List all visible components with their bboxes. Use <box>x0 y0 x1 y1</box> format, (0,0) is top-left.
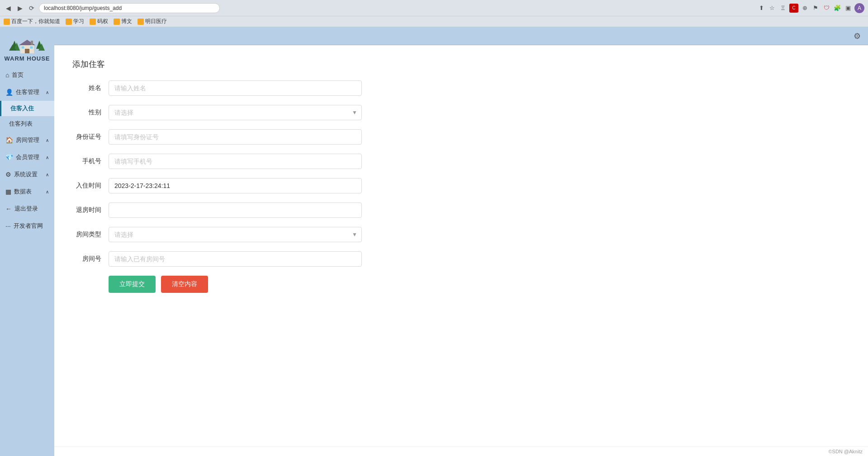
extension-icon-flag[interactable]: ⚑ <box>811 4 820 13</box>
rooms-chevron-icon: ∧ <box>46 138 49 143</box>
sidebar-logo: WARM HOUSE <box>0 27 54 66</box>
room-type-label: 房间类型 <box>72 230 109 239</box>
name-input[interactable] <box>109 80 362 96</box>
sidebar-item-checkin[interactable]: 住客入住 <box>0 101 54 116</box>
members-icon: 💎 <box>5 154 13 161</box>
room-type-row: 房间类型 请选择 标准间 大床房 豪华套房 ▼ <box>72 227 362 242</box>
sidebar-button[interactable]: ▣ <box>844 4 853 13</box>
sidebar-item-logout[interactable]: ← 退出登录 <box>0 200 54 217</box>
sidebar-item-guestlist-label: 住客列表 <box>9 120 33 128</box>
rooms-icon: 🏠 <box>5 136 13 144</box>
bookmark-bowen-icon <box>114 19 120 25</box>
sidebar-item-guests[interactable]: 👤 住客管理 ∧ <box>0 84 54 101</box>
room-num-input[interactable] <box>109 251 362 267</box>
bookmark-medical-label: 明日医疗 <box>145 18 167 25</box>
footer: ©SDN @Aknitz <box>54 447 868 456</box>
sidebar-item-settings-label: 系统设置 <box>14 170 38 179</box>
id-input[interactable] <box>109 129 362 145</box>
settings-icon: ⚙ <box>5 171 11 178</box>
bookmark-medical-icon <box>138 19 144 25</box>
home-icon: ⌂ <box>5 71 9 79</box>
sidebar-item-checkin-label: 住客入住 <box>10 104 34 113</box>
star-icon[interactable]: ☆ <box>768 4 777 13</box>
bookmark-maquan[interactable]: 码权 <box>90 18 108 25</box>
sidebar-item-reports-label: 数据表 <box>14 188 32 196</box>
sidebar-item-home[interactable]: ⌂ 首页 <box>0 66 54 84</box>
gender-row: 性别 请选择 男 女 ▼ <box>72 105 362 120</box>
sidebar-item-devsite[interactable]: ··· 开发者官网 <box>0 217 54 235</box>
name-label: 姓名 <box>72 84 109 92</box>
bookmark-maquan-label: 码权 <box>97 18 108 25</box>
phone-row: 手机号 <box>72 154 362 169</box>
reports-chevron-icon: ∧ <box>46 189 49 194</box>
gender-select[interactable]: 请选择 男 女 <box>109 105 362 120</box>
members-chevron-icon: ∧ <box>46 155 49 160</box>
back-button[interactable]: ◀ <box>4 4 13 13</box>
room-type-select[interactable]: 请选择 标准间 大床房 豪华套房 <box>109 227 362 242</box>
logout-icon: ← <box>5 205 12 212</box>
submit-button[interactable]: 立即提交 <box>109 276 156 293</box>
footer-text: ©SDN @Aknitz <box>828 449 863 454</box>
extension-icon-puzzle[interactable]: 🧩 <box>833 4 842 13</box>
extension-icon-shield[interactable]: 🛡 <box>822 4 831 13</box>
room-type-select-wrapper: 请选择 标准间 大床房 豪华套房 ▼ <box>109 227 362 242</box>
guests-icon: 👤 <box>5 89 13 96</box>
name-row: 姓名 <box>72 80 362 96</box>
app-container: WARM HOUSE ⌂ 首页 👤 住客管理 ∧ 住客入住 住客列表 <box>0 27 868 456</box>
refresh-button[interactable]: ⟳ <box>27 4 36 13</box>
header-gear-icon[interactable]: ⚙ <box>854 31 861 41</box>
svg-rect-8 <box>30 46 33 49</box>
sidebar: WARM HOUSE ⌂ 首页 👤 住客管理 ∧ 住客入住 住客列表 <box>0 27 54 456</box>
forward-button[interactable]: ▶ <box>15 4 24 13</box>
browser-actions: ⬆ ☆ Ξ C ⊕ ⚑ 🛡 🧩 ▣ A <box>757 3 864 13</box>
sidebar-item-members-label: 会员管理 <box>16 153 39 161</box>
profile-icon[interactable]: A <box>854 3 864 13</box>
checkout-row: 退房时间 <box>72 202 362 218</box>
extension-icon-csdn[interactable]: C <box>789 4 798 13</box>
bookmark-bowen[interactable]: 博文 <box>114 18 132 25</box>
address-bar[interactable]: localhost:8080/jump/guests_add <box>39 3 220 13</box>
logo-image <box>9 32 45 54</box>
id-label: 身份证号 <box>72 133 109 141</box>
clear-button[interactable]: 清空内容 <box>161 276 208 293</box>
sidebar-item-members[interactable]: 💎 会员管理 ∧ <box>0 149 54 166</box>
sidebar-menu: ⌂ 首页 👤 住客管理 ∧ 住客入住 住客列表 🏠 房间管理 ∧ <box>0 66 54 456</box>
reading-list-icon[interactable]: Ξ <box>778 4 787 13</box>
svg-rect-9 <box>31 41 33 45</box>
checkout-input[interactable] <box>109 202 362 218</box>
sidebar-item-reports[interactable]: ▦ 数据表 ∧ <box>0 183 54 200</box>
svg-rect-7 <box>21 46 24 49</box>
main-area: ⚙ 添加住客 姓名 性别 请选择 男 女 <box>54 27 868 456</box>
bookmark-medical[interactable]: 明日医疗 <box>138 18 167 25</box>
bookmark-baidu[interactable]: 百度一下，你就知道 <box>4 18 60 25</box>
reports-icon: ▦ <box>5 188 11 195</box>
button-row: 立即提交 清空内容 <box>109 276 362 293</box>
sidebar-item-guestlist[interactable]: 住客列表 <box>0 116 54 132</box>
bookmark-study[interactable]: 学习 <box>66 18 84 25</box>
gender-label: 性别 <box>72 108 109 117</box>
sidebar-item-rooms-label: 房间管理 <box>16 136 39 144</box>
room-num-label: 房间号 <box>72 255 109 263</box>
id-row: 身份证号 <box>72 129 362 145</box>
sidebar-item-rooms[interactable]: 🏠 房间管理 ∧ <box>0 132 54 149</box>
checkin-row: 入住时间 <box>72 178 362 193</box>
svg-rect-6 <box>25 49 29 53</box>
bookmarks-bar: 百度一下，你就知道 学习 码权 博文 明日医疗 <box>0 16 868 27</box>
settings-chevron-icon: ∧ <box>46 172 49 177</box>
phone-input[interactable] <box>109 154 362 169</box>
extension-icon-ext[interactable]: ⊕ <box>800 4 809 13</box>
bookmark-maquan-icon <box>90 19 96 25</box>
share-icon[interactable]: ⬆ <box>757 4 766 13</box>
bookmark-study-label: 学习 <box>73 18 84 25</box>
sidebar-item-settings[interactable]: ⚙ 系统设置 ∧ <box>0 166 54 183</box>
sidebar-item-devsite-label: 开发者官网 <box>14 222 43 230</box>
content-area: 添加住客 姓名 性别 请选择 男 女 ▼ <box>54 45 868 447</box>
guests-chevron-icon: ∧ <box>46 90 49 95</box>
checkin-input[interactable] <box>109 178 362 193</box>
browser-chrome: ◀ ▶ ⟳ localhost:8080/jump/guests_add ⬆ ☆… <box>0 0 868 16</box>
bookmark-bowen-label: 博文 <box>121 18 132 25</box>
room-num-row: 房间号 <box>72 251 362 267</box>
sidebar-item-guests-label: 住客管理 <box>16 88 39 96</box>
sidebar-item-home-label: 首页 <box>12 71 24 79</box>
checkin-label: 入住时间 <box>72 182 109 190</box>
